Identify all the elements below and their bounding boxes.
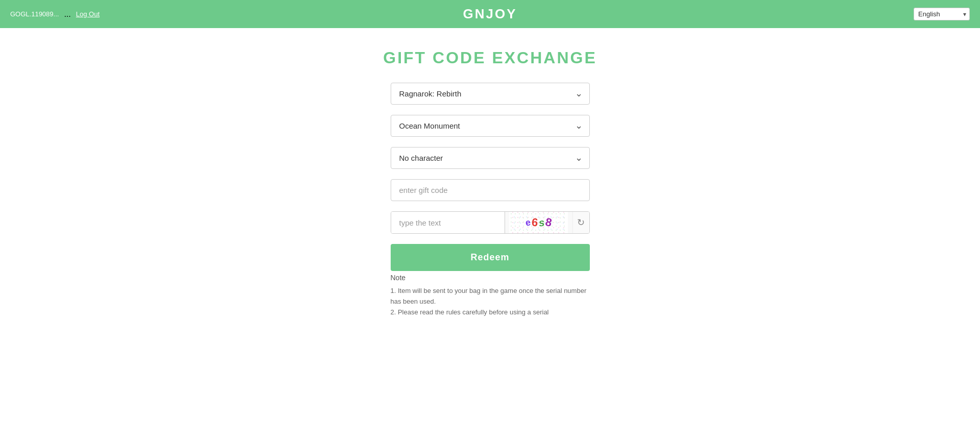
main-content: GIFT CODE EXCHANGE Ragnarok: Rebirth Oce…	[0, 28, 980, 317]
captcha-refresh-button[interactable]: ↻	[572, 212, 589, 233]
captcha-text-input[interactable]	[391, 212, 505, 233]
gift-code-form: Ragnarok: Rebirth Ocean Monument No char…	[391, 83, 590, 271]
notes-item-2: 2. Please read the rules carefully befor…	[391, 307, 590, 318]
header: GOGL.119089... ... Log Out GNJOY English…	[0, 0, 980, 28]
server-select[interactable]: Ocean Monument	[391, 115, 590, 137]
captcha-characters: e 6 s 8	[509, 212, 568, 233]
captcha-char-2: 6	[531, 216, 538, 230]
server-select-wrapper: Ocean Monument	[391, 115, 590, 137]
page-title: GIFT CODE EXCHANGE	[383, 48, 596, 67]
captcha-visual: e 6 s 8	[509, 212, 568, 233]
language-select[interactable]: English 中文 日本語 한국어	[914, 8, 970, 20]
refresh-icon: ↻	[577, 217, 585, 228]
gift-code-input[interactable]	[391, 179, 590, 201]
game-select-wrapper: Ragnarok: Rebirth	[391, 83, 590, 105]
site-logo: GNJOY	[463, 6, 517, 22]
header-left: GOGL.119089... ... Log Out	[10, 10, 100, 19]
header-username: GOGL.119089...	[10, 10, 59, 18]
header-separator: ...	[64, 10, 70, 19]
captcha-char-1: e	[524, 217, 532, 228]
character-select-wrapper: No character	[391, 147, 590, 169]
captcha-image: e 6 s 8	[505, 212, 573, 233]
notes-title: Note	[391, 274, 590, 282]
logout-button[interactable]: Log Out	[76, 10, 100, 18]
captcha-char-4: 8	[544, 215, 553, 230]
language-selector-wrapper[interactable]: English 中文 日本語 한국어	[914, 8, 970, 20]
notes-item-1: 1. Item will be sent to your bag in the …	[391, 286, 590, 307]
character-select[interactable]: No character	[391, 147, 590, 169]
game-select[interactable]: Ragnarok: Rebirth	[391, 83, 590, 105]
captcha-row: e 6 s 8 ↻	[391, 211, 590, 234]
notes-section: Note 1. Item will be sent to your bag in…	[391, 274, 590, 317]
redeem-button[interactable]: Redeem	[391, 244, 590, 271]
